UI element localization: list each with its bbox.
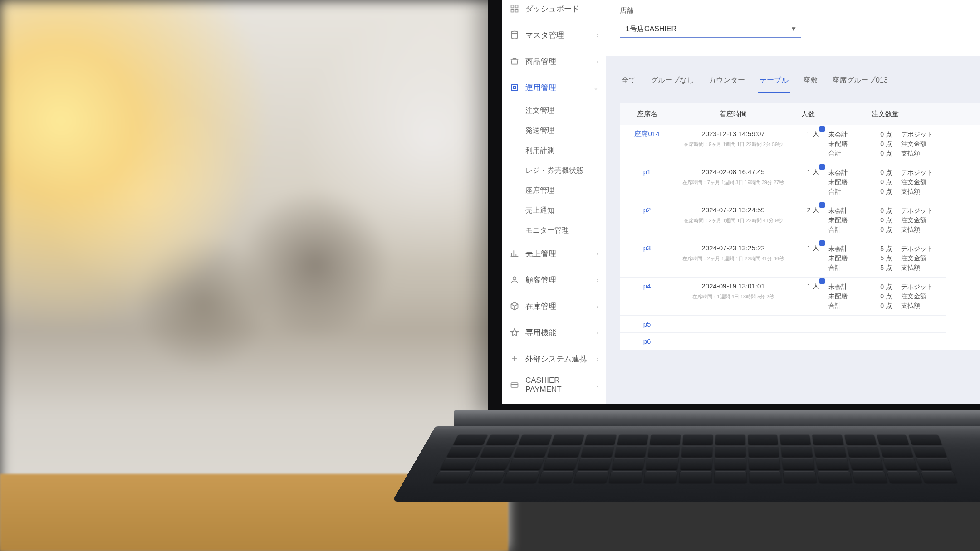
tab-nogroup[interactable]: グループなし <box>649 69 696 93</box>
col-seat: 座席名 <box>620 103 674 125</box>
seated-time: 2024-07-23 13:25:22在席時間：2ヶ月 1週間 1日 22時間 … <box>674 239 792 278</box>
chevron-right-icon: › <box>597 329 598 336</box>
people-count[interactable]: 1 人 <box>792 278 824 316</box>
product-icon <box>510 57 519 66</box>
amount-labels: デポジット注文金額支払額 <box>897 278 946 316</box>
table-header-row: 座席名 着座時間 人数 注文数量 <box>620 103 980 125</box>
sidebar-sub-monitor[interactable]: モニター管理 <box>502 220 606 240</box>
table-row: 座席0142023-12-13 14:59:07在席時間：9ヶ月 1週間 1日 … <box>620 125 980 163</box>
sidebar-sub-orders[interactable]: 注文管理 <box>502 101 606 121</box>
seat-link[interactable]: p1 <box>620 163 674 201</box>
laptop-hinge <box>454 410 980 429</box>
table-row: p12024-02-08 16:47:45在席時間：7ヶ月 1週間 3日 19時… <box>620 163 980 201</box>
sidebar-item-external[interactable]: 外部システム連携 › <box>502 346 606 372</box>
tab-counter[interactable]: カウンター <box>707 69 747 93</box>
sidebar-item-label: 外部システム連携 <box>525 354 587 364</box>
sidebar-sub-shipping[interactable]: 発送管理 <box>502 121 606 141</box>
seats-table-wrap: 座席名 着座時間 人数 注文数量 座席0142023-12-13 14:59:0… <box>620 103 980 350</box>
edit-icon[interactable] <box>819 240 825 246</box>
sidebar-item-product[interactable]: 商品管理 › <box>502 48 606 74</box>
laptop: ダッシュボード マスタ管理 › 商品管理 › 運用管理 ⌄ 注文管理 発送管理 … <box>476 0 980 551</box>
chevron-right-icon: › <box>597 303 598 310</box>
table-row: p22024-07-23 13:24:59在席時間：2ヶ月 1週間 1日 22時… <box>620 201 980 239</box>
sidebar-sub-usage[interactable]: 利用計測 <box>502 141 606 161</box>
edit-icon[interactable] <box>819 126 825 132</box>
store-filter-label: 店舗 <box>620 6 966 15</box>
main-content: 店舗 1号店CASHIER 全て グループなし カウンター テーブル 座敷 座席… <box>606 0 980 404</box>
sidebar-item-payment[interactable]: CASHIER PAYMENT › <box>502 372 606 398</box>
dashboard-icon <box>510 4 519 13</box>
people-count[interactable]: 1 人 <box>792 163 824 201</box>
sidebar-item-operations[interactable]: 運用管理 ⌄ <box>502 74 606 101</box>
app-screen: ダッシュボード マスタ管理 › 商品管理 › 運用管理 ⌄ 注文管理 発送管理 … <box>502 0 980 404</box>
sidebar-item-label: 商品管理 <box>525 56 556 67</box>
amount-labels <box>897 333 946 350</box>
people-count <box>792 316 824 333</box>
col-extra <box>946 103 980 125</box>
box-icon <box>510 302 519 311</box>
people-count <box>792 333 824 350</box>
sidebar-item-sales[interactable]: 売上管理 › <box>502 240 606 267</box>
people-count[interactable]: 1 人 <box>792 239 824 278</box>
seat-link[interactable]: p5 <box>620 316 674 333</box>
chart-icon <box>510 249 519 258</box>
keyboard <box>433 434 958 483</box>
amount-labels: デポジット注文金額支払額 <box>897 201 946 239</box>
table-row: p5 <box>620 316 980 333</box>
sidebar-item-customer[interactable]: 顧客管理 › <box>502 267 606 293</box>
filter-card: 店舗 1号店CASHIER <box>606 0 980 56</box>
sidebar-sub-register[interactable]: レジ・券売機状態 <box>502 161 606 180</box>
sidebar-item-label: 在庫管理 <box>525 301 556 312</box>
payment-icon <box>510 380 519 390</box>
seat-link[interactable]: p4 <box>620 278 674 316</box>
tab-table[interactable]: テーブル <box>758 69 790 93</box>
sidebar-item-label: CASHIER PAYMENT <box>525 376 598 394</box>
svg-point-6 <box>513 277 516 280</box>
tab-group013[interactable]: 座席グループ013 <box>830 69 890 93</box>
sidebar-sub-seats[interactable]: 座席管理 <box>502 180 606 200</box>
order-counts <box>824 316 897 333</box>
sidebar-item-special[interactable]: 専用機能 › <box>502 319 606 346</box>
sidebar-item-stock[interactable]: 在庫管理 › <box>502 293 606 319</box>
sidebar: ダッシュボード マスタ管理 › 商品管理 › 運用管理 ⌄ 注文管理 発送管理 … <box>502 0 606 404</box>
sidebar-item-label: 運用管理 <box>525 83 556 93</box>
people-count[interactable]: 2 人 <box>792 201 824 239</box>
table-row: p42024-09-19 13:01:01在席時間：1週間 4日 13時間 5分… <box>620 278 980 316</box>
store-select[interactable]: 1号店CASHIER <box>620 20 801 38</box>
order-counts: 未会計未配膳合計0 点0 点0 点 <box>824 201 897 239</box>
seat-link[interactable]: p3 <box>620 239 674 278</box>
order-counts: 未会計未配膳合計0 点0 点0 点 <box>824 125 897 163</box>
tab-all[interactable]: 全て <box>620 69 638 93</box>
amount-labels: デポジット注文金額支払額 <box>897 239 946 278</box>
seated-time <box>674 333 792 350</box>
svg-rect-7 <box>511 383 518 387</box>
seat-link[interactable]: p6 <box>620 333 674 350</box>
seat-link[interactable]: 座席014 <box>620 125 674 163</box>
chevron-right-icon: › <box>597 356 598 362</box>
chevron-right-icon: › <box>597 32 598 39</box>
chevron-right-icon: › <box>597 382 598 389</box>
people-count[interactable]: 1 人 <box>792 125 824 163</box>
seats-table: 座席名 着座時間 人数 注文数量 座席0142023-12-13 14:59:0… <box>620 103 980 350</box>
sidebar-item-label: 顧客管理 <box>525 275 556 285</box>
edit-icon[interactable] <box>819 164 825 170</box>
edit-icon[interactable] <box>819 202 825 208</box>
sidebar-item-label: 売上管理 <box>525 249 556 259</box>
edit-icon[interactable] <box>819 278 825 284</box>
order-counts: 未会計未配膳合計0 点0 点0 点 <box>824 278 897 316</box>
laptop-body <box>392 426 980 502</box>
col-orders: 注文数量 <box>824 103 946 125</box>
svg-rect-2 <box>511 10 514 12</box>
seat-link[interactable]: p2 <box>620 201 674 239</box>
sidebar-item-master[interactable]: マスタ管理 › <box>502 22 606 48</box>
sidebar-item-dashboard[interactable]: ダッシュボード <box>502 0 606 22</box>
svg-rect-3 <box>515 10 518 12</box>
table-row: p32024-07-23 13:25:22在席時間：2ヶ月 1週間 1日 22時… <box>620 239 980 278</box>
sidebar-sub-salesnotify[interactable]: 売上通知 <box>502 200 606 220</box>
chevron-right-icon: › <box>597 250 598 257</box>
sidebar-item-label: 専用機能 <box>525 327 556 338</box>
tab-zashiki[interactable]: 座敷 <box>801 69 819 93</box>
chevron-right-icon: › <box>597 58 598 65</box>
chevron-right-icon: › <box>597 277 598 283</box>
svg-point-4 <box>511 31 517 34</box>
